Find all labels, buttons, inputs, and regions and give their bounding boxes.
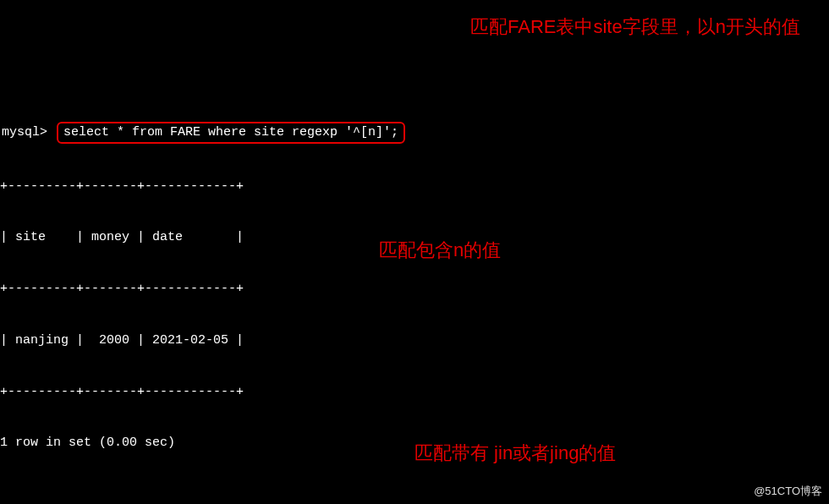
sql-query-1: select * from FARE where site regexp '^[… xyxy=(57,122,405,144)
table-separator: +---------+-------+------------+ xyxy=(0,281,829,298)
terminal-output: mysql> select * from FARE where site reg… xyxy=(0,68,829,504)
watermark: @51CTO博客 xyxy=(754,484,822,499)
annotation-2: 匹配包含n的值 xyxy=(379,237,501,264)
table-separator: +---------+-------+------------+ xyxy=(0,384,829,401)
annotation-1: 匹配FARE表中site字段里，以n开头的值 xyxy=(470,14,800,41)
table-row: | nanjing | 2000 | 2021-02-05 | xyxy=(0,332,829,349)
table-separator: +---------+-------+------------+ xyxy=(0,178,829,195)
prompt-line-q1[interactable]: mysql> select * from FARE where site reg… xyxy=(0,122,829,144)
mysql-prompt: mysql> xyxy=(0,124,47,141)
annotation-3: 匹配带有 jin或者jing的值 xyxy=(414,440,616,467)
